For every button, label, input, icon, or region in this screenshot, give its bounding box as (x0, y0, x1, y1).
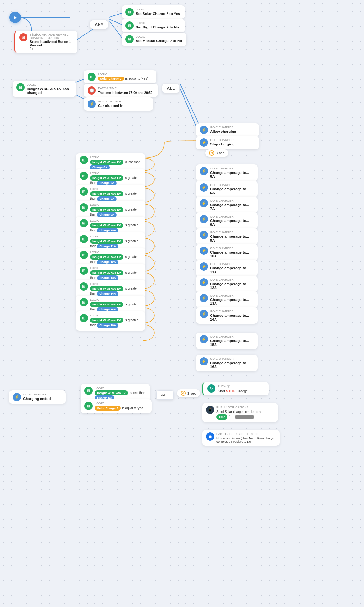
stop-title: Stop charging (210, 142, 255, 146)
cond-solar-text: is equal to 'yes' (125, 77, 148, 80)
trigger-label: Télécommande Remrec · Charging Station (30, 33, 74, 40)
logic-set-manual: ⊞ Logic Set Manual Charge ? to No (122, 33, 186, 46)
lt6a-icon: ⊞ (80, 156, 88, 164)
cond-plugged: ⚡ Go-e Charger Car plugged in (84, 97, 153, 111)
logic1-icon: ⊞ (125, 8, 134, 16)
lametric-notification: ◉ LaMetric Cuisine · Cuisine Notificatio… (202, 430, 280, 446)
cond-plugged-title: Car plugged in (98, 104, 149, 107)
cond-plugged-label: Go-e Charger (98, 100, 149, 103)
insight-trigger: ⊞ Logic Insight W I/E w/o EV has changed (13, 81, 76, 97)
charging-ended-title: Charging ended (23, 397, 62, 401)
amp-8a: ⚡ Go-e Charger Change amperage to... 8A (196, 212, 258, 229)
allow-title: Allow charging (210, 130, 255, 133)
allow-label: Go-e Charger (210, 126, 255, 129)
cond-solar-icon: ⊞ (88, 73, 96, 81)
logic2-title: Set Night Charge ? to No (136, 25, 181, 29)
amp-15a: ⚡ Go-e Charger Change amperage to... 15A (196, 333, 258, 349)
cond-time-title: The time is between 07:00 and 20:59 (98, 91, 154, 95)
svg-line-2 (109, 13, 123, 17)
timer-3sec: ⏱ 3 sec (205, 149, 228, 157)
cond-time-label: Date & Time ⓘ (98, 86, 154, 90)
amp-11a: ⚡ Go-e Charger Change amperage to... 11A (196, 260, 258, 276)
gt7a-icon: ⊞ (80, 172, 88, 180)
trigger-title: Scene is activated Button 1 Pressed (30, 40, 74, 47)
allow-charging: ⚡ Go-e Charger Allow charging (196, 123, 259, 137)
cond-solar: ⊞ Logic Solar Charge ? is equal to 'yes' (84, 70, 156, 83)
solar-chip: Solar Charge ? (98, 77, 124, 81)
svg-line-3 (109, 19, 123, 25)
any-gate: ANY (90, 20, 108, 29)
bot-cond-solar: ⊞ Logic Solar Charge ? is equal to 'yes' (81, 399, 152, 413)
timer-label: 3 sec (216, 151, 225, 155)
cond-time-icon: 🕐 (88, 86, 96, 95)
logic1-label: Logic (136, 8, 181, 11)
lametric-text: Notification (sound) Info None Solar cha… (216, 436, 276, 443)
cond-plugged-icon: ⚡ (88, 100, 96, 108)
cond-time: 🕐 Date & Time ⓘ The time is between 07:0… (84, 84, 158, 97)
cond-solar-label: Logic (98, 73, 153, 76)
all-gate-middle-label: ALL (162, 84, 179, 93)
logic3-icon: ⊞ (125, 35, 134, 43)
start-node[interactable]: ▶ (9, 12, 21, 23)
lt6a-chip1: Insight W I/E w/o EV (90, 160, 123, 165)
all-gate-bottom: ALL (156, 390, 174, 400)
stop-icon: ⚡ (200, 138, 208, 147)
logic1-title: Set Solar Charge ? to Yes (136, 12, 181, 15)
amp-14a: ⚡ Go-e Charger Change amperage to... 14A (196, 307, 258, 324)
logic2-icon: ⊞ (125, 21, 134, 30)
logic2-label: Logic (136, 21, 181, 25)
logic-gt-16a: ⊞ Logic Insight W I/E w/o EV is greater … (76, 311, 145, 331)
amp-6a-1: ⚡ Go-e Charger Change amperage to... 6A (196, 164, 258, 181)
timer-1sec-label: 1 sec (187, 391, 196, 395)
amp-6a-2: ⚡ Go-e Charger Change amperage to... 6A (196, 181, 258, 197)
logic-set-night: ⊞ Logic Set Night Charge ? to No (122, 19, 185, 32)
logic3-label: Logic (136, 35, 183, 38)
amp-13a: ⚡ Go-e Charger Change amperage to... 13A (196, 291, 258, 308)
push-notification: 📱 Push Notifications Send Solar charge c… (202, 403, 278, 422)
all-gate-middle: ALL (162, 84, 179, 93)
insight-icon: ⊞ (16, 83, 25, 91)
trigger-card: ⊞ Télécommande Remrec · Charging Station… (14, 31, 77, 53)
allow-icon: ⚡ (200, 126, 208, 134)
stop-charge-flow: ↻ Flow ⓘ Start STOP Charge (202, 382, 269, 395)
lt6a-label: Logic (90, 156, 142, 159)
amp-10a: ⚡ Go-e Charger Change amperage to... 10A (196, 244, 258, 261)
timer-icon: ⏱ (209, 150, 214, 156)
amp-7a: ⚡ Go-e Charger Change amperage to... 7A (196, 197, 258, 213)
logic3-title: Set Manual Charge ? to No (136, 39, 183, 43)
logic-set-solar: ⊞ Logic Set Solar Charge ? to Yes (122, 5, 185, 19)
insight-label: Logic (27, 83, 72, 86)
charging-ended: ⚡ Go-e Charger Charging ended (9, 390, 66, 404)
lametric-label: LaMetric Cuisine · Cuisine (216, 432, 276, 436)
amp-9a: ⚡ Go-e Charger Change amperage to... 9A (196, 228, 258, 245)
stop-label: Go-e Charger (210, 138, 255, 142)
timer-1sec: ⏱ 1 sec (177, 389, 200, 397)
insight-title: Insight W I/E w/o EV has changed (27, 87, 72, 95)
stop-charging: ⚡ Go-e Charger Stop charging (196, 136, 259, 149)
any-gate-label: ANY (90, 20, 108, 29)
trigger-icon: ⊞ (19, 33, 27, 41)
trigger-subtitle: 2x (30, 47, 74, 51)
svg-line-4 (109, 21, 123, 40)
amp-12a: ⚡ Go-e Charger Change amperage to... 12A (196, 276, 258, 292)
amp-16a: ⚡ Go-e Charger Change amperage to... 16A (196, 355, 258, 371)
